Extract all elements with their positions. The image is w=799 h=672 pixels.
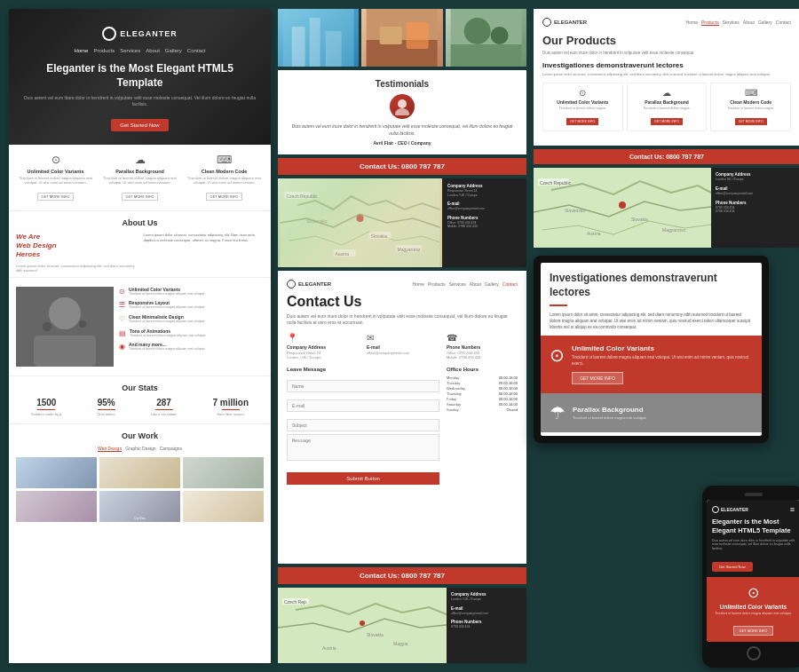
map-svg: Czech Republic Slovakia Austria Magyaror… <box>278 178 442 267</box>
svg-text:Slovensko: Slovensko <box>307 218 328 224</box>
products-features: ⊙ Unlimited Color Variants Tincidunt ut … <box>542 83 791 132</box>
nav-gallery[interactable]: Gallery <box>165 48 182 53</box>
cp-nav-products[interactable]: Products <box>428 281 446 287</box>
feature-2-btn[interactable]: GET MORE INFO <box>122 193 159 201</box>
svg-text:Austria: Austria <box>322 645 336 651</box>
map-contact-section: Czech Republic Slovakia Austria Magyaror… <box>278 178 526 267</box>
about-feat-4: ▤ Tons of Animations Tincidunt ut laoree… <box>119 328 264 338</box>
contact-bar-2: Contact Us: 0800 787 787 <box>278 567 526 584</box>
work-tab-graphic[interactable]: Graphic Design <box>125 446 155 452</box>
subject-input[interactable] <box>287 419 439 431</box>
tablet-invest-title: Investigationes demonstraverunt lectores <box>550 272 753 299</box>
about-section: About Us We AreWeb DesignHeroes Lorem ip… <box>9 211 271 278</box>
phone-red-block: ⊙ Unlimited Color Variants Tincidunt ut … <box>707 577 799 642</box>
cp-nav-contact[interactable]: Contact <box>502 281 518 287</box>
hamburger-icon[interactable]: ≡ <box>790 505 795 514</box>
contact-details: Company Address Responsive Street 14Lond… <box>442 178 526 267</box>
navigation[interactable]: Home Products Services About Gallery Con… <box>22 48 257 53</box>
work-title: Our Work <box>16 431 264 440</box>
rf-parallax: ☁ Parallax Background Tincidunt ut laore… <box>627 83 708 132</box>
phone-label: Phone Numbers <box>447 216 521 220</box>
rf-btn-1[interactable]: GET MORE INFO <box>566 118 598 125</box>
hero-section: ELEGANTER Home Products Services About G… <box>9 9 271 145</box>
rf-color: ⊙ Unlimited Color Variants Tincidunt ut … <box>542 83 623 132</box>
name-input[interactable] <box>287 380 439 392</box>
nav-products[interactable]: Products <box>93 48 115 53</box>
phone-hero-btn[interactable]: Get Started Now <box>712 562 753 572</box>
get-started-button[interactable]: Get Started Now <box>111 119 168 131</box>
testimonial-avatar <box>390 94 415 119</box>
svg-text:Czech Rep.: Czech Rep. <box>284 599 307 605</box>
hours-friday: Friday09.00-18.00 <box>447 397 518 401</box>
feature-3-btn[interactable]: GET MORE INFO <box>206 193 243 201</box>
invest-title: Investigationes demonstraverunt lectores <box>542 61 791 69</box>
right-column: ELEGANTER Home Products Services About G… <box>534 9 799 663</box>
office-hours: Office Hours Monday09.00-18.00 Tuesday09… <box>447 367 518 485</box>
message-textarea[interactable] <box>287 434 439 461</box>
contact-form[interactable]: Leave Message Submit Button <box>287 367 439 485</box>
work-item-5: City View <box>99 491 180 522</box>
pn-services[interactable]: Services <box>723 20 740 26</box>
address-detail: Company Address Responsive Street 14Lond… <box>447 184 521 197</box>
interior-img <box>361 9 442 67</box>
pn-products[interactable]: Products <box>701 20 719 26</box>
email-input[interactable] <box>287 399 439 412</box>
nav-services[interactable]: Services <box>120 48 140 53</box>
cp-nav-about[interactable]: About <box>470 281 481 287</box>
svg-text:Czech Republic: Czech Republic <box>287 194 319 199</box>
svg-rect-2 <box>34 336 96 367</box>
rf-btn-3[interactable]: GET MORE INFO <box>735 118 767 125</box>
pn-contact[interactable]: Contact <box>776 20 791 26</box>
nav-about[interactable]: About <box>146 48 160 53</box>
phone-red-btn[interactable]: GET MORE INFO <box>733 626 774 636</box>
submit-button[interactable]: Submit Button <box>287 472 439 485</box>
svg-point-18 <box>395 108 409 115</box>
feature-1-btn[interactable]: GET MORE INFO <box>37 193 75 201</box>
svg-point-16 <box>490 27 508 44</box>
contact-logo: ELEGANTER <box>298 281 331 287</box>
svg-point-31 <box>360 621 365 626</box>
bottom-map-svg: Czech Rep. Slovakia Austria Magyar. <box>278 588 447 663</box>
svg-point-4 <box>79 320 86 328</box>
svg-text:Slovakia: Slovakia <box>367 632 384 637</box>
pn-home[interactable]: Home <box>686 20 698 26</box>
code-icon: ⌨ <box>185 154 264 166</box>
testimonials-title: Testimonials <box>287 79 518 89</box>
work-tab-webdesign[interactable]: Web Design <box>98 446 122 452</box>
phone-red-title: Unlimited Color Variants <box>712 604 795 610</box>
contact-page-title: Contact Us <box>287 294 518 310</box>
svg-text:Czech Republic: Czech Republic <box>540 180 572 186</box>
pn-gallery[interactable]: Gallery <box>758 20 772 26</box>
map-block: Czech Republic Slovakia Austria Magyaror… <box>278 178 442 267</box>
bottom-map-section: Czech Rep. Slovakia Austria Magyar. Comp… <box>278 588 526 663</box>
rcd-address: Company Address London UK / Europe <box>716 172 795 182</box>
stats-section: Our Stats 1500 Sodales made.by.js 95% Du… <box>9 376 271 424</box>
svg-rect-14 <box>450 44 521 67</box>
work-section: Our Work Web Design Graphic Design Campa… <box>9 424 271 529</box>
products-desc: Duis autem vel eum iriure dolor in hendr… <box>542 51 791 56</box>
cp-nav-home[interactable]: Home <box>413 281 424 287</box>
phone-screen: ELEGANTER ≡ Eleganter is the Most Elegan… <box>707 500 799 642</box>
feature-3-desc: Tincidunt ut laoreet dolore magna aliqua… <box>185 176 264 185</box>
work-item-2 <box>99 457 180 488</box>
cp-nav-gallery[interactable]: Gallery <box>485 281 499 287</box>
svg-text:Austria: Austria <box>587 231 601 236</box>
ci-phone: ☎ Phone Numbers Office: 0700 434 434Mobi… <box>447 333 518 360</box>
cp-nav-services[interactable]: Services <box>449 281 466 287</box>
work-grid: City View <box>16 457 264 522</box>
rf-btn-2[interactable]: GET MORE INFO <box>651 118 683 125</box>
hours-wednesday: Wednesday09.00-18.00 <box>447 386 518 391</box>
about-feat-1: ⊙ Unlimited Color Variants Tincidunt ut … <box>119 287 264 296</box>
work-tab-campaigns[interactable]: Campaigns <box>160 446 182 452</box>
tablet-red-desc: Tincidunt ut laoreet dolore magna aliqua… <box>572 355 753 368</box>
nav-contact[interactable]: Contact <box>187 48 206 53</box>
products-logo: ELEGANTER <box>554 20 587 25</box>
nav-home[interactable]: Home <box>74 48 88 53</box>
hours-title: Office Hours <box>447 367 518 372</box>
about-hero-text: We AreWeb DesignHeroes <box>16 233 137 260</box>
hours-thursday: Thursday09.00-18.00 <box>447 391 518 396</box>
pn-about[interactable]: About <box>743 20 755 26</box>
logo-icon <box>102 27 116 41</box>
parallax-icon: ☁ <box>100 154 179 166</box>
tablet-get-more-btn[interactable]: GET MORE INFO <box>572 372 623 384</box>
